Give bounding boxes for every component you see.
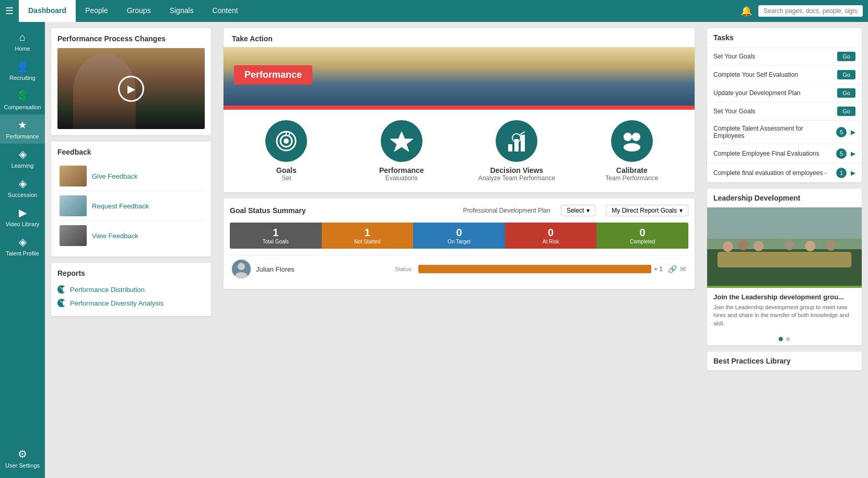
dot-2[interactable]: [786, 337, 790, 341]
decision-views-subtitle: Analyze Team Performance: [478, 174, 555, 182]
learning-icon: ◈: [19, 148, 27, 160]
task-final-evaluations-arrow[interactable]: ▶: [851, 150, 855, 157]
employee-avatar: [232, 260, 251, 278]
give-feedback-item[interactable]: Give Feedback: [57, 161, 205, 191]
view-feedback-link[interactable]: View Feedback: [92, 232, 138, 240]
on-target-value: 0: [417, 227, 501, 239]
total-goals-label: Total Goals: [234, 239, 318, 244]
sidebar-label-recruiting: Recruiting: [9, 75, 36, 81]
search-input[interactable]: [758, 5, 863, 17]
progress-count: = 1: [654, 265, 663, 273]
sidebar-label-home: Home: [15, 45, 30, 52]
dot-1[interactable]: [779, 337, 783, 341]
svg-point-15: [624, 143, 640, 151]
sidebar-item-user-settings[interactable]: ⚙ User Settings: [0, 444, 45, 473]
goal-status-summary-card: Goal Status Summary Professional Develop…: [224, 199, 695, 289]
sidebar-item-video-library[interactable]: ▶ Video Library: [0, 202, 45, 231]
goal-stat-total: 1 Total Goals: [230, 223, 322, 249]
reports-card: Reports Performance Distribution Perform…: [51, 263, 211, 316]
performance-subtitle: Evaluations: [385, 174, 418, 182]
action-icon-decision-views[interactable]: Decision Views Analyze Team Performance: [459, 120, 574, 182]
play-button[interactable]: ▶: [118, 76, 144, 102]
sidebar-item-home[interactable]: ⌂ Home: [0, 27, 45, 56]
performance-process-title: Performance Process Changes: [57, 34, 205, 43]
perf-distribution-icon: [57, 285, 66, 294]
task-talent-assessment-label: Complete Talent Assessment for Employees: [713, 125, 832, 139]
give-feedback-link[interactable]: Give Feedback: [92, 172, 137, 180]
main-content: Performance Process Changes ▶ Feedback G…: [45, 22, 868, 478]
svg-point-4: [284, 138, 289, 144]
sidebar-item-succession[interactable]: ◈ Succession: [0, 173, 45, 202]
sidebar-item-talent-profile[interactable]: ◈ Talent Profile: [0, 231, 45, 261]
sidebar-item-compensation[interactable]: 💲 Compensation: [0, 85, 45, 114]
nav-tab-content[interactable]: Content: [203, 0, 248, 22]
perf-distribution-item[interactable]: Performance Distribution: [57, 283, 205, 296]
request-feedback-link[interactable]: Request Feedback: [92, 202, 149, 210]
video-thumbnail[interactable]: ▶: [57, 48, 205, 129]
at-risk-value: 0: [509, 227, 593, 239]
nav-tab-people[interactable]: People: [76, 0, 118, 22]
task-self-eval-go[interactable]: Go: [837, 70, 855, 79]
request-feedback-item[interactable]: Request Feedback: [57, 191, 205, 221]
decision-views-title: Decision Views: [490, 166, 543, 174]
calibrate-title: Calibrate: [616, 166, 648, 174]
sidebar-label-learning: Learning: [11, 162, 34, 169]
action-icon-calibrate[interactable]: Calibrate Team Performance: [574, 120, 690, 182]
perf-diversity-label[interactable]: Performance Diversity Analysis: [70, 299, 163, 307]
progress-bar-fill: [418, 265, 651, 273]
nav-tab-signals[interactable]: Signals: [160, 0, 203, 22]
sidebar-label-user-settings: User Settings: [5, 462, 40, 469]
perf-distribution-label[interactable]: Performance Distribution: [70, 286, 145, 294]
leadership-image: [707, 207, 862, 286]
sidebar-label-succession: Succession: [8, 192, 37, 198]
leadership-development-card: Leadership Development Join: [707, 189, 862, 345]
bell-icon[interactable]: 🔔: [741, 5, 752, 17]
svg-rect-10: [521, 135, 525, 151]
action-icon-goals[interactable]: Goals Set: [229, 120, 344, 182]
nav-tab-dashboard[interactable]: Dashboard: [19, 0, 76, 22]
talent-profile-icon: ◈: [19, 236, 27, 248]
give-feedback-thumb: [60, 166, 87, 186]
leadership-group-desc: Join the Leadership development group to…: [713, 304, 855, 328]
request-feedback-thumb: [60, 195, 87, 216]
goal-stat-at-risk: 0 At Risk: [505, 223, 597, 249]
progress-bar-background: [418, 265, 651, 273]
sidebar-item-performance[interactable]: ★ Performance: [0, 114, 45, 144]
sidebar-bottom: ⚙ User Settings: [0, 444, 45, 478]
link-icon[interactable]: 🔗: [668, 265, 677, 273]
take-action-title: Take Action: [224, 28, 695, 47]
task-set-goals-2: Set Your Goals Go: [707, 102, 862, 121]
task-set-goals-1-go[interactable]: Go: [837, 52, 855, 61]
svg-point-27: [826, 240, 836, 251]
plan-select-button[interactable]: Select ▾: [561, 205, 595, 216]
middle-panel: Take Action Performance: [217, 22, 701, 478]
menu-icon[interactable]: ☰: [5, 5, 14, 17]
best-practices-card: Best Practices Library: [707, 352, 862, 370]
sidebar-label-compensation: Compensation: [4, 104, 41, 110]
svg-rect-8: [508, 144, 512, 151]
sidebar-item-recruiting[interactable]: 👤 Recruiting: [0, 56, 45, 85]
task-talent-assessment-arrow[interactable]: ▶: [851, 129, 855, 136]
svg-rect-9: [514, 139, 519, 151]
action-icon-performance[interactable]: Performance Evaluations: [344, 120, 460, 182]
report-goals-dropdown[interactable]: My Direct Report Goals ▾: [606, 205, 688, 216]
perf-diversity-item[interactable]: Performance Diversity Analysis: [57, 296, 205, 310]
task-final-eval-employees: Complete final evaluation of employees -…: [707, 164, 862, 182]
task-final-eval-employees-arrow[interactable]: ▶: [851, 169, 855, 177]
reports-title: Reports: [57, 269, 205, 277]
hero-image: Performance: [224, 47, 695, 110]
sidebar: ⌂ Home 👤 Recruiting 💲 Compensation ★ Per…: [0, 22, 45, 478]
view-feedback-item[interactable]: View Feedback: [57, 221, 205, 250]
svg-point-14: [632, 133, 640, 141]
svg-point-26: [805, 241, 815, 251]
task-dev-plan-go[interactable]: Go: [837, 88, 855, 98]
nav-tab-groups[interactable]: Groups: [118, 0, 160, 22]
mail-icon[interactable]: ✉: [680, 265, 686, 273]
goal-summary-title: Goal Status Summary: [230, 206, 306, 215]
completed-value: 0: [601, 227, 684, 239]
task-set-goals-2-go[interactable]: Go: [837, 107, 855, 116]
task-set-goals-1-label: Set Your Goals: [713, 53, 833, 60]
hero-badge: Performance: [234, 65, 312, 85]
sidebar-item-learning[interactable]: ◈ Learning: [0, 144, 45, 173]
top-navigation: ☰ Dashboard People Groups Signals Conten…: [0, 0, 868, 22]
